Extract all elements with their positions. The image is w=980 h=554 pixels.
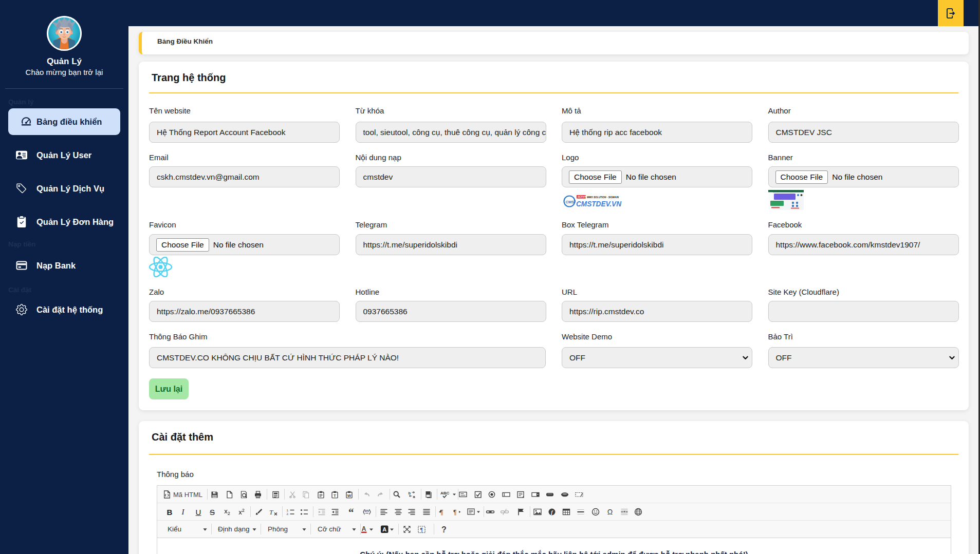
svg-text:ABC: ABC (440, 491, 450, 495)
svg-text:Ω: Ω (607, 508, 613, 516)
svg-text:?: ? (441, 525, 447, 534)
svg-text:CMSTDEV.VN: CMSTDEV.VN (576, 199, 622, 207)
svg-text:W: W (347, 493, 352, 498)
svg-text:MMO SOLUTION - SIGMAIN: MMO SOLUTION - SIGMAIN (587, 196, 619, 199)
svg-text:A: A (382, 526, 386, 532)
svg-text:DIV: DIV (364, 509, 369, 512)
svg-text:¶: ¶ (453, 509, 456, 516)
svg-text:CMS: CMS (566, 200, 575, 204)
svg-text:a: a (413, 494, 416, 499)
svg-text:1.: 1. (287, 509, 289, 512)
svg-text:¶: ¶ (420, 527, 423, 533)
svg-text:T: T (334, 493, 336, 498)
svg-text:“: “ (348, 508, 354, 516)
svg-text:T: T (269, 508, 273, 516)
svg-text:2.: 2. (287, 512, 289, 515)
svg-text:b: b (409, 491, 411, 495)
svg-text:A: A (362, 525, 366, 532)
